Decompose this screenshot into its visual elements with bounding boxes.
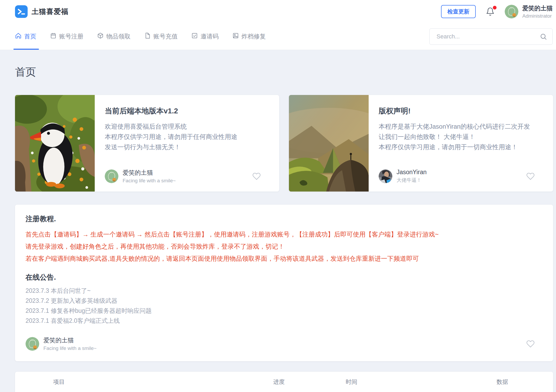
home-icon bbox=[15, 32, 22, 41]
card-title: 当前后端本地版本v1.2 bbox=[105, 106, 269, 116]
author-avatar bbox=[379, 169, 392, 183]
table-header-progress: 进度 bbox=[273, 378, 285, 386]
card-title: 版权声明! bbox=[379, 106, 543, 116]
terminal-logo-icon bbox=[15, 5, 28, 18]
tutorial-line: 若在客户端遇到商城购买武器,道具失败的情况的，请返回本页面使用使用物品领取界面，… bbox=[26, 253, 543, 265]
image-icon bbox=[232, 32, 239, 41]
notice-card: 注册教程. 首先点击【邀请码】→ 生成一个邀请码 → 然后点击【账号注册】，使用… bbox=[15, 205, 553, 361]
card-line: 本程序仅供学习用途，请勿用于任何商业性用途 bbox=[105, 132, 269, 142]
document-icon bbox=[144, 32, 151, 41]
check-update-button[interactable]: 检查更新 bbox=[441, 5, 476, 18]
main-nav: 首页 账号注册 物品领取 账号充值 bbox=[0, 23, 556, 50]
nav-item-label: 物品领取 bbox=[106, 32, 131, 41]
nav-item-label: 账号充值 bbox=[153, 32, 178, 41]
search-icon[interactable] bbox=[540, 33, 547, 40]
announcement-line: 2023.7.2 更新加入诸多英雄级武器 bbox=[26, 296, 543, 306]
card-line: 让我们一起向他致敬！ 大佬牛逼！ bbox=[379, 132, 543, 142]
tutorial-line: 首先点击【邀请码】→ 生成一个邀请码 → 然后点击【账号注册】，使用邀请码，注册… bbox=[26, 228, 543, 240]
page-title: 首页 bbox=[15, 65, 553, 79]
notification-bell-icon[interactable] bbox=[486, 7, 495, 16]
puffin-photo bbox=[15, 95, 95, 192]
announcement-line: 2023.7.3 本后台问世了~ bbox=[26, 286, 543, 296]
brand[interactable]: 土猫喜爱福 bbox=[15, 5, 68, 18]
nav-item-label: 邀请码 bbox=[201, 32, 219, 41]
author-avatar bbox=[26, 337, 39, 351]
table-header-project: 项目 bbox=[53, 378, 65, 386]
tutorial-line: 请先登录游戏，创建好角色之后，再使用其他功能，否则会导致炸库，登录不了游戏，切记… bbox=[26, 240, 543, 253]
mountain-photo bbox=[289, 95, 369, 192]
author-name: 爱笑的土猫 bbox=[43, 336, 97, 344]
search-input[interactable] bbox=[436, 33, 540, 40]
table-header-data: 数据 bbox=[497, 378, 508, 386]
author-subtitle: Facing life with a smile~ bbox=[43, 345, 97, 351]
nav-item-invite-code[interactable]: 邀请码 bbox=[191, 23, 219, 50]
app-window: 土猫喜爱福 检查更新 bbox=[0, 0, 556, 392]
nav-item-home[interactable]: 首页 bbox=[15, 23, 36, 50]
nav-item-account-register[interactable]: 账号注册 bbox=[50, 23, 83, 50]
card-line: 本程序是基于大佬JasonYiran的核心代码进行二次开发 bbox=[379, 121, 543, 132]
heart-icon[interactable] bbox=[252, 172, 261, 180]
author-name: 爱笑的土猫 bbox=[123, 169, 176, 177]
search-box bbox=[429, 28, 553, 45]
data-table: 项目 进度 时间 数据 bbox=[15, 372, 553, 392]
check-square-icon bbox=[191, 32, 198, 41]
user-role: Administrator bbox=[522, 13, 553, 19]
announcement-line: 2023.7.1 喜爱福2.0客户端正式上线 bbox=[26, 316, 543, 326]
user-menu[interactable]: 爱笑的土猫 Administrator bbox=[505, 4, 553, 19]
cube-icon bbox=[97, 32, 104, 41]
author-avatar bbox=[105, 169, 118, 183]
nav-item-item-claim[interactable]: 物品领取 bbox=[97, 23, 131, 50]
card-line: 欢迎使用喜爱福后台管理系统 bbox=[105, 121, 269, 132]
author-subtitle: Facing life with a smile~ bbox=[123, 178, 176, 184]
heart-icon[interactable] bbox=[526, 172, 535, 180]
app-header: 土猫喜爱福 检查更新 bbox=[0, 0, 556, 23]
tutorial-heading: 注册教程. bbox=[26, 214, 543, 224]
copyright-card: 版权声明! 本程序是基于大佬JasonYiran的核心代码进行二次开发 让我们一… bbox=[289, 95, 553, 192]
table-header-row: 项目 进度 时间 数据 bbox=[15, 372, 553, 392]
nav-item-label: 炸档修复 bbox=[242, 32, 266, 41]
author-name: JasonYiran bbox=[397, 169, 427, 176]
nav-item-label: 账号注册 bbox=[59, 32, 83, 41]
user-avatar bbox=[505, 5, 518, 18]
author-subtitle: 大佬牛逼！ bbox=[397, 177, 427, 184]
nav-item-label: 首页 bbox=[24, 32, 36, 41]
user-name: 爱笑的土猫 bbox=[522, 4, 553, 12]
brand-title: 土猫喜爱福 bbox=[32, 7, 68, 16]
announcement-heading: 在线公告. bbox=[26, 273, 543, 282]
card-line: 发送一切行为与土猫无关！ bbox=[105, 142, 269, 152]
card-line: 本程序仅供学习用途，请勿用于一切商业性用途！ bbox=[379, 142, 543, 152]
calendar-icon bbox=[50, 32, 57, 41]
version-card: 当前后端本地版本v1.2 欢迎使用喜爱福后台管理系统 本程序仅供学习用途，请勿用… bbox=[15, 95, 279, 192]
announcement-line: 2023.7.1 修复各种bug已经服务器超时响应问题 bbox=[26, 306, 543, 316]
nav-item-archive-repair[interactable]: 炸档修复 bbox=[232, 23, 266, 50]
notification-dot bbox=[493, 6, 497, 9]
nav-item-account-recharge[interactable]: 账号充值 bbox=[144, 23, 178, 50]
table-header-time: 时间 bbox=[346, 378, 357, 386]
heart-icon[interactable] bbox=[526, 340, 535, 348]
